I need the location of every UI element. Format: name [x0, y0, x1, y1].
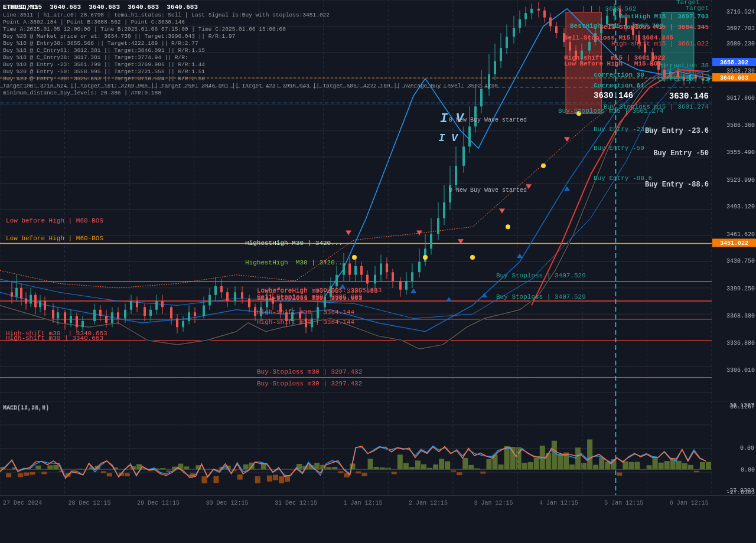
- time-label-10: 6 Jan 12:15: [670, 500, 709, 506]
- time-label-9: 5 Jan 12:15: [604, 500, 643, 506]
- time-labels: 27 Dec 2024 28 Dec 12:15 29 Dec 12:15 30…: [0, 497, 712, 509]
- macd-label: MACD(12,26,9): [3, 404, 49, 411]
- macd-price-bot: -27.8303: [713, 488, 754, 494]
- new-buy-wave-label: 0 New Buy Wave started: [449, 117, 527, 123]
- highest-high-m30-label: HighestHigh M30 | 3420...: [245, 240, 343, 247]
- buy-entry-23-label: Buy Entry -23.6: [645, 127, 709, 135]
- sell-stoploss-m30-label: Sell-Stoploss m30: 3385.683: [257, 295, 362, 302]
- lowbeforehigh-m30-bos-label: LowbeforeHigh m30-BOS: 3385.683: [257, 287, 378, 295]
- correction-38-label: correction 38: [658, 62, 709, 69]
- buy-entry-50-label: Buy Entry -50: [653, 149, 709, 158]
- main-chart: ETHUSD,M15 I V Target BestHigh M15 | 369…: [0, 0, 756, 401]
- correction-61-label: Correction 61: [658, 76, 709, 83]
- time-label-3: 30 Dec 12:15: [206, 500, 248, 506]
- price-scale: [712, 0, 756, 401]
- high-shift-m15-label: High-shift m15 | 3661.022: [611, 40, 709, 47]
- price-3630-label: 3630.146: [669, 91, 709, 101]
- time-label-6: 2 Jan 12:15: [409, 500, 448, 506]
- time-label-2: 29 Dec 12:15: [137, 500, 180, 506]
- symbol-line: ETHUSD,M15: [3, 3, 38, 12]
- buy-stoploss-m30-label: Buy-Stoploss m30 | 3297.432: [257, 380, 362, 387]
- best-high-label: BestHigh M15 | 3697.703: [619, 13, 709, 20]
- buy-stoploss-main-label: Buy Stoploss | 3407.529: [496, 293, 586, 300]
- time-axis: 27 Dec 2024 28 Dec 12:15 29 Dec 12:15 30…: [0, 496, 756, 511]
- high-shift-m30-label: High-shift m30 | 3364.144: [257, 319, 354, 326]
- chart-container: ETHUSD,M15 I V Target BestHigh M15 | 369…: [0, 0, 756, 543]
- time-label-0: 27 Dec 2024: [3, 500, 42, 506]
- time-label-8: 4 Jan 12:15: [539, 500, 578, 506]
- time-label-4: 31 Dec 12:15: [275, 500, 317, 506]
- buy-entry-88-label: Buy Entry -88.6: [645, 181, 709, 189]
- time-label-5: 1 Jan 12:15: [343, 500, 382, 506]
- macd-chart: MACD(12,26,9) 36.1267 0.00 -27.8303: [0, 401, 756, 496]
- time-label-1: 28 Dec 12:15: [68, 500, 110, 506]
- time-label-7: 3 Jan 12:15: [474, 500, 513, 506]
- macd-price-mid: 0.00: [713, 445, 754, 452]
- sell-stoploss-m15-label: Sell-Stoploss M15 | 3684.345: [599, 24, 709, 31]
- macd-price-top: 36.1267: [713, 403, 754, 409]
- wave-label-iv: I V: [438, 132, 457, 144]
- high-shift-m30-2-label: High-shift m30 | 3340.663: [6, 335, 103, 342]
- low-before-high-m60-label: Low before High | M60-BOS: [6, 217, 103, 224]
- macd-price-scale: 36.1267 0.00 -27.8303: [712, 401, 756, 495]
- target-label: Target: [685, 5, 709, 12]
- info-overlay: ETHUSD,M15: [3, 3, 38, 12]
- buy-stoploss-m15-label: Buy-Stoploss m15 | 3601.274: [604, 103, 709, 110]
